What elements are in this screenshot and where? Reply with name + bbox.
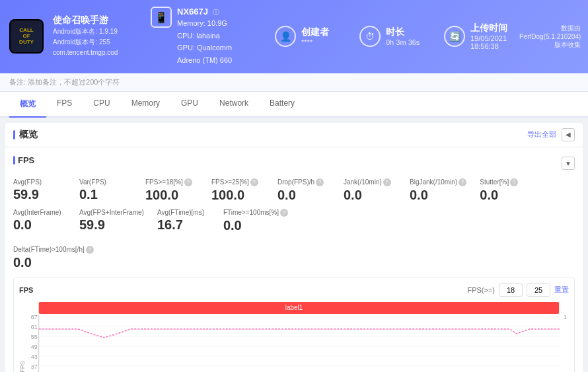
help-icon[interactable]: ? (280, 209, 288, 217)
fps-stat-item: Avg(FPS) 59.9 (13, 178, 66, 204)
device-cpu: CPU: lahaina (177, 30, 256, 42)
app-name: 使命召唤手游 (53, 15, 132, 26)
fps-stat-label: FPS>=18[%]? (145, 178, 198, 186)
help-icon[interactable]: ? (459, 178, 466, 186)
upload-stat: 🔄 上传时间 19/05/2021 18:56:38 (444, 22, 510, 50)
fps-stat-value: 0.1 (79, 186, 132, 203)
duration-icon: ⏱ (359, 26, 381, 47)
fps-stat-value: 0.0 (480, 186, 533, 204)
tab-network[interactable]: Network (209, 92, 259, 118)
android-ver: Android版本号: 255 (53, 37, 132, 48)
upload-label: 上传时间 (470, 22, 510, 34)
fps-stat-label: Var(FPS) (79, 178, 132, 186)
tab-battery[interactable]: Battery (259, 92, 305, 118)
upload-icon: 🔄 (444, 26, 465, 47)
fps-collapse-button[interactable]: ▼ (562, 157, 575, 170)
fps-stat-label: BigJank(/10min)? (410, 178, 466, 186)
fps-stat-label: Avg(FPS) (13, 178, 66, 186)
fps-threshold-input-2[interactable] (527, 283, 550, 297)
fps-stat-value: 0.0 (344, 186, 396, 204)
help-icon[interactable]: ? (184, 178, 192, 186)
fps-stat-item: Stutter[%]? 0.0 (480, 178, 533, 204)
svg-text:FPS: FPS (19, 361, 26, 372)
fps-stat-item: FTime>=100ms[%]? 0.0 (223, 209, 288, 234)
app-version: Android版本名: 1.9.19 (53, 26, 132, 37)
device-info: 📱 NX667J ⓘ Memory: 10.9G CPU: lahaina GP… (151, 7, 256, 67)
reset-button[interactable]: 重置 (554, 285, 569, 295)
help-icon[interactable]: ? (383, 178, 391, 186)
fps-stat-label: Avg(InterFrame) (13, 209, 66, 216)
fps-stat-label: Avg(FTime)[ms] (157, 209, 210, 216)
fps-stat-label: Avg(FPS+InterFrame) (79, 209, 144, 216)
overview-title: 概览 (13, 129, 38, 141)
upload-value: 19/05/2021 18:56:38 (470, 34, 510, 50)
tab-cpu[interactable]: CPU (83, 92, 120, 118)
fps-stat-value: 100.0 (211, 186, 264, 204)
app-icon: CALLOFDUTY (9, 19, 44, 54)
fps-stat-value: 0.0 (13, 216, 66, 233)
delta-help-icon[interactable]: ? (86, 246, 94, 254)
main-content: 概览 导出全部 ◀ FPS ▼ Avg(FPS) 59.9 Var(FPS) 0… (0, 118, 588, 372)
fps-stat-label: Drop(FPS)/h? (277, 178, 330, 186)
duration-label: 时长 (386, 26, 420, 38)
tab-fps[interactable]: FPS (46, 92, 83, 118)
svg-text:67: 67 (31, 314, 38, 320)
help-icon[interactable]: ? (250, 178, 258, 186)
delta-value: 0.0 (13, 254, 575, 271)
tab-overview[interactable]: 概览 (9, 92, 46, 118)
fps-threshold: FPS(>=) 重置 (467, 283, 569, 297)
duration-value: 0h 3m 36s (386, 38, 420, 46)
version-info: 数据由PerfDog(5.1.210204)版本收集 (519, 24, 581, 50)
fps-stat-item: Jank(/10min)? 0.0 (344, 178, 396, 204)
delta-section: Delta(FTime)>100ms[/h] ? 0.0 (13, 246, 575, 271)
fps-chart-svg: label1 67 61 55 49 43 37 31 25 18 12 6 F… (19, 301, 569, 372)
help-icon[interactable]: ? (510, 178, 518, 186)
svg-text:49: 49 (31, 344, 38, 350)
note-bar[interactable]: 备注: 添加备注，不超过200个字符 (0, 73, 588, 92)
fps-stat-value: 0.0 (223, 217, 288, 234)
delta-label: Delta(FTime)>100ms[/h] ? (13, 246, 575, 254)
creator-value: **** (301, 38, 329, 46)
package-name: com.tencent.tmgp.cod (53, 48, 132, 58)
fps-stat-label: Stutter[%]? (480, 178, 533, 186)
creator-label: 创建者 (301, 26, 329, 38)
overview-section-header: 概览 导出全部 ◀ (5, 123, 583, 147)
fps-stat-value: 100.0 (145, 186, 198, 204)
svg-text:37: 37 (31, 363, 38, 370)
fps-stat-label: Jank(/10min)? (344, 178, 396, 186)
creator-icon: 👤 (275, 26, 296, 47)
fps-stat-item: Avg(FPS+InterFrame) 59.9 (79, 209, 144, 234)
tab-memory[interactable]: Memory (121, 92, 170, 118)
fps-stat-item: FPS>=18[%]? 100.0 (145, 178, 198, 204)
fps-stat-item: FPS>=25[%]? 100.0 (211, 178, 264, 204)
fps-threshold-input-1[interactable] (499, 283, 523, 297)
help-icon[interactable]: ? (316, 178, 324, 186)
chart-label: FPS (19, 286, 33, 294)
svg-text:61: 61 (31, 324, 38, 330)
fps-stat-label: FPS>=25[%]? (211, 178, 264, 186)
fps-section-title: FPS (13, 155, 34, 165)
fps-stat-value: 59.9 (13, 186, 66, 203)
creator-stat: 👤 创建者 **** (275, 26, 341, 47)
svg-text:label1: label1 (285, 304, 303, 311)
fps-stat-value: 59.9 (79, 216, 144, 233)
app-header: CALLOFDUTY 使命召唤手游 Android版本名: 1.9.19 And… (0, 0, 588, 73)
fps-stat-value: 16.7 (157, 216, 210, 233)
fps-stat-label: FTime>=100ms[%]? (223, 209, 288, 217)
device-gpu: GPU: Qualcomm Adreno (TM) 660 (177, 42, 256, 66)
device-name: NX667J ⓘ (177, 7, 256, 17)
svg-text:1: 1 (564, 314, 567, 320)
export-button[interactable]: 导出全部 (527, 130, 556, 139)
tab-gpu[interactable]: GPU (170, 92, 209, 118)
device-memory: Memory: 10.9G (177, 17, 256, 30)
fps-stats-row: Avg(FPS) 59.9 Var(FPS) 0.1 FPS>=18[%]? 1… (13, 178, 575, 239)
svg-text:43: 43 (31, 353, 38, 360)
svg-text:55: 55 (31, 334, 38, 340)
fps-panel: FPS ▼ Avg(FPS) 59.9 Var(FPS) 0.1 FPS>=18… (5, 147, 583, 372)
fps-stat-item: Avg(InterFrame) 0.0 (13, 209, 66, 234)
duration-stat: ⏱ 时长 0h 3m 36s (359, 26, 425, 47)
fps-chart-area: FPS FPS(>=) 重置 label1 67 61 55 (13, 278, 575, 372)
collapse-button[interactable]: ◀ (562, 128, 575, 141)
fps-stat-item: BigJank(/10min)? 0.0 (410, 178, 466, 204)
fps-stat-item: Drop(FPS)/h? 0.0 (277, 178, 330, 204)
